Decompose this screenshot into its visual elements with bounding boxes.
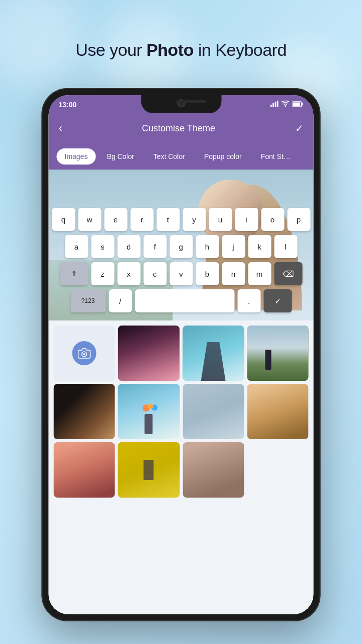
key-s[interactable]: s: [91, 235, 114, 258]
key-u[interactable]: u: [209, 208, 232, 231]
key-c[interactable]: c: [143, 262, 166, 285]
gallery-photo-3[interactable]: [247, 326, 308, 381]
key-123[interactable]: ?123: [70, 289, 106, 312]
gallery-area: [49, 320, 314, 614]
battery-icon: [293, 101, 304, 109]
gallery-photo-9[interactable]: [118, 442, 179, 498]
phone-frame: 13:00: [42, 88, 321, 621]
key-l[interactable]: l: [274, 235, 297, 258]
key-x[interactable]: x: [117, 262, 140, 285]
camera-button[interactable]: [54, 326, 115, 381]
gallery-photo-8[interactable]: [54, 442, 115, 498]
headline: Use your Photo in Keyboard: [0, 40, 362, 60]
key-f[interactable]: f: [143, 235, 166, 258]
key-p[interactable]: p: [287, 208, 310, 231]
back-button[interactable]: ‹: [59, 122, 62, 135]
keyboard-preview: q w e r t y u i o p a s d f g: [49, 170, 314, 320]
tab-popup-color[interactable]: Popup color: [196, 148, 250, 165]
wifi-icon: [282, 101, 290, 109]
gallery-photo-4[interactable]: [54, 384, 115, 439]
key-enter[interactable]: ✓: [263, 289, 292, 312]
svg-rect-2: [275, 102, 277, 107]
gallery-photo-6[interactable]: [183, 384, 244, 439]
svg-rect-5: [293, 102, 300, 106]
key-r[interactable]: r: [130, 208, 153, 231]
gallery-photo-2[interactable]: [183, 326, 244, 381]
key-n[interactable]: n: [222, 262, 245, 285]
headline-suffix: in Keyboard: [194, 40, 287, 59]
gallery-photo-1[interactable]: [118, 326, 179, 381]
key-slash[interactable]: /: [109, 289, 132, 312]
status-icons: [270, 101, 304, 109]
key-m[interactable]: m: [248, 262, 271, 285]
svg-rect-0: [270, 105, 272, 107]
key-o[interactable]: o: [261, 208, 284, 231]
header-title: Customise Theme: [142, 123, 215, 134]
phone-notch: [141, 95, 221, 113]
key-q[interactable]: q: [52, 208, 75, 231]
key-i[interactable]: i: [235, 208, 258, 231]
headline-prefix: Use your: [75, 40, 146, 59]
key-row-1: q w e r t y u i o p: [51, 208, 312, 231]
notch-speaker: [176, 100, 206, 103]
key-a[interactable]: a: [65, 235, 88, 258]
svg-rect-1: [273, 103, 274, 107]
key-backspace[interactable]: ⌫: [274, 262, 302, 285]
status-time: 13:00: [59, 101, 77, 109]
gallery-grid: [54, 326, 309, 498]
tab-font-style[interactable]: Font St…: [253, 148, 299, 165]
key-row-3: ⇧ z x c v b n m ⌫: [51, 262, 312, 285]
app-header: ‹ Customise Theme ✓: [49, 113, 314, 143]
svg-point-8: [83, 353, 85, 355]
key-v[interactable]: v: [169, 262, 193, 285]
camera-icon: [72, 341, 97, 365]
key-k[interactable]: k: [248, 235, 271, 258]
tab-images[interactable]: Images: [57, 148, 96, 165]
gallery-photo-10[interactable]: [183, 442, 244, 498]
key-t[interactable]: t: [156, 208, 179, 231]
gallery-photo-5[interactable]: [118, 384, 179, 439]
key-z[interactable]: z: [91, 262, 114, 285]
key-row-2: a s d f g h j k l: [51, 235, 312, 258]
signal-icon: [270, 101, 279, 109]
key-h[interactable]: h: [196, 235, 219, 258]
key-e[interactable]: e: [104, 208, 127, 231]
key-y[interactable]: y: [183, 208, 206, 231]
tab-bar: Images Bg Color Text Color Popup color F…: [49, 143, 314, 170]
headline-highlight: Photo: [146, 40, 194, 59]
check-button[interactable]: ✓: [295, 122, 304, 134]
key-j[interactable]: j: [222, 235, 245, 258]
key-w[interactable]: w: [78, 208, 101, 231]
keyboard-keys: q w e r t y u i o p a s d f g: [49, 204, 314, 320]
key-d[interactable]: d: [117, 235, 140, 258]
svg-rect-3: [277, 101, 279, 107]
key-shift[interactable]: ⇧: [60, 262, 88, 285]
tab-text-color[interactable]: Text Color: [145, 148, 193, 165]
gallery-photo-7[interactable]: [247, 384, 308, 439]
tab-bg-color[interactable]: Bg Color: [99, 148, 142, 165]
key-b[interactable]: b: [196, 262, 219, 285]
key-row-4: ?123 / . ✓: [51, 289, 312, 312]
key-period[interactable]: .: [237, 289, 260, 312]
phone-screen: 13:00: [49, 95, 314, 614]
key-space[interactable]: [135, 289, 234, 312]
key-g[interactable]: g: [169, 235, 193, 258]
svg-rect-6: [302, 103, 303, 105]
